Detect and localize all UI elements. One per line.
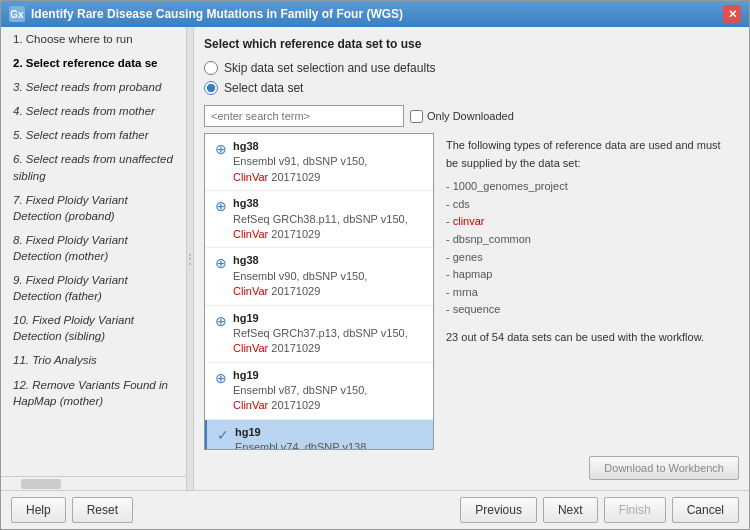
- dataset-item-4[interactable]: ⊕hg19RefSeq GRCh37.p13, dbSNP v150,ClinV…: [205, 306, 433, 363]
- download-btn-row: Download to Workbench: [204, 456, 739, 480]
- dataset-text-5: hg19Ensembl v87, dbSNP v150,ClinVar 2017…: [233, 368, 367, 414]
- footer: Help Reset Previous Next Finish Cancel: [1, 490, 749, 529]
- plus-icon: ⊕: [213, 255, 229, 271]
- next-button[interactable]: Next: [543, 497, 598, 523]
- dataset-text-4: hg19RefSeq GRCh37.p13, dbSNP v150,ClinVa…: [233, 311, 408, 357]
- sidebar-item-12[interactable]: 12. Remove Variants Found in HapMap (mot…: [1, 373, 186, 413]
- sidebar-item-5[interactable]: 5. Select reads from father: [1, 123, 186, 147]
- dataset-text-2: hg38RefSeq GRCh38.p11, dbSNP v150,ClinVa…: [233, 196, 408, 242]
- title-bar: Gx Identify Rare Disease Causing Mutatio…: [1, 1, 749, 27]
- sidebar-item-8[interactable]: 8. Fixed Ploidy Variant Detection (mothe…: [1, 228, 186, 268]
- download-workbench-button[interactable]: Download to Workbench: [589, 456, 739, 480]
- radio-select-label: Select data set: [224, 81, 303, 95]
- info-list-item: - mrna: [446, 284, 735, 302]
- check-icon: ✓: [215, 427, 231, 443]
- radio-group: Skip data set selection and use defaults…: [204, 61, 739, 95]
- help-button[interactable]: Help: [11, 497, 66, 523]
- dataset-text-1: hg38Ensembl v91, dbSNP v150,ClinVar 2017…: [233, 139, 367, 185]
- radio-select-row[interactable]: Select data set: [204, 81, 739, 95]
- content-area: 1. Choose where to run2. Select referenc…: [1, 27, 749, 490]
- plus-icon: ⊕: [213, 198, 229, 214]
- close-button[interactable]: ✕: [723, 5, 741, 23]
- search-row: Only Downloaded: [204, 105, 739, 127]
- dataset-area: ⊕hg38Ensembl v91, dbSNP v150,ClinVar 201…: [204, 133, 739, 450]
- plus-icon: ⊕: [213, 141, 229, 157]
- plus-icon: ⊕: [213, 370, 229, 386]
- resize-handle[interactable]: [186, 27, 194, 490]
- info-list-item: - sequence: [446, 301, 735, 319]
- sidebar-item-6[interactable]: 6. Select reads from unaffected sibling: [1, 147, 186, 187]
- sidebar-item-11[interactable]: 11. Trio Analysis: [1, 348, 186, 372]
- reset-button[interactable]: Reset: [72, 497, 133, 523]
- search-input[interactable]: [204, 105, 404, 127]
- hscroll-bar: [21, 479, 61, 489]
- info-list-item: - clinvar: [446, 213, 735, 231]
- radio-select[interactable]: [204, 81, 218, 95]
- window-title: Identify Rare Disease Causing Mutations …: [31, 7, 403, 21]
- title-bar-left: Gx Identify Rare Disease Causing Mutatio…: [9, 6, 403, 22]
- dataset-item-2[interactable]: ⊕hg38RefSeq GRCh38.p11, dbSNP v150,ClinV…: [205, 191, 433, 248]
- sidebar-item-10[interactable]: 10. Fixed Ploidy Variant Detection (sibl…: [1, 308, 186, 348]
- info-panel: The following types of reference data ar…: [442, 133, 739, 450]
- app-icon: Gx: [9, 6, 25, 22]
- info-list-item: - cds: [446, 196, 735, 214]
- footer-left: Help Reset: [11, 497, 133, 523]
- info-list-item: - dbsnp_common: [446, 231, 735, 249]
- dataset-item-6[interactable]: ✓hg19Ensembl v74, dbSNP v138,ClinVar 201…: [205, 420, 433, 450]
- dataset-item-3[interactable]: ⊕hg38Ensembl v90, dbSNP v150,ClinVar 201…: [205, 248, 433, 305]
- dataset-text-6: hg19Ensembl v74, dbSNP v138,ClinVar 2013…: [235, 425, 369, 450]
- info-list-item: - hapmap: [446, 266, 735, 284]
- sidebar-item-2[interactable]: 2. Select reference data se: [1, 51, 186, 75]
- cancel-button[interactable]: Cancel: [672, 497, 739, 523]
- info-list-item: - genes: [446, 249, 735, 267]
- sidebar-item-1[interactable]: 1. Choose where to run: [1, 27, 186, 51]
- info-description: The following types of reference data ar…: [446, 137, 735, 172]
- radio-skip-label: Skip data set selection and use defaults: [224, 61, 435, 75]
- sidebar-item-9[interactable]: 9. Fixed Ploidy Variant Detection (fathe…: [1, 268, 186, 308]
- dataset-item-1[interactable]: ⊕hg38Ensembl v91, dbSNP v150,ClinVar 201…: [205, 134, 433, 191]
- dataset-list[interactable]: ⊕hg38Ensembl v91, dbSNP v150,ClinVar 201…: [204, 133, 434, 450]
- sidebar-item-4[interactable]: 4. Select reads from mother: [1, 99, 186, 123]
- sidebar-hscroll[interactable]: [1, 476, 186, 490]
- finish-button[interactable]: Finish: [604, 497, 666, 523]
- only-downloaded-checkbox[interactable]: [410, 110, 423, 123]
- footer-right: Previous Next Finish Cancel: [460, 497, 739, 523]
- only-downloaded-label[interactable]: Only Downloaded: [410, 110, 514, 123]
- sidebar: 1. Choose where to run2. Select referenc…: [1, 27, 186, 490]
- radio-skip[interactable]: [204, 61, 218, 75]
- sidebar-item-7[interactable]: 7. Fixed Ploidy Variant Detection (proba…: [1, 188, 186, 228]
- main-window: Gx Identify Rare Disease Causing Mutatio…: [0, 0, 750, 530]
- info-count: 23 out of 54 data sets can be used with …: [446, 329, 735, 347]
- plus-icon: ⊕: [213, 313, 229, 329]
- info-list-item: - 1000_genomes_project: [446, 178, 735, 196]
- radio-skip-row[interactable]: Skip data set selection and use defaults: [204, 61, 739, 75]
- main-panel: Select which reference data set to use S…: [194, 27, 749, 490]
- dataset-text-3: hg38Ensembl v90, dbSNP v150,ClinVar 2017…: [233, 253, 367, 299]
- sidebar-scroll[interactable]: 1. Choose where to run2. Select referenc…: [1, 27, 186, 476]
- sidebar-item-3[interactable]: 3. Select reads from proband: [1, 75, 186, 99]
- previous-button[interactable]: Previous: [460, 497, 537, 523]
- panel-title: Select which reference data set to use: [204, 37, 739, 51]
- dataset-item-5[interactable]: ⊕hg19Ensembl v87, dbSNP v150,ClinVar 201…: [205, 363, 433, 420]
